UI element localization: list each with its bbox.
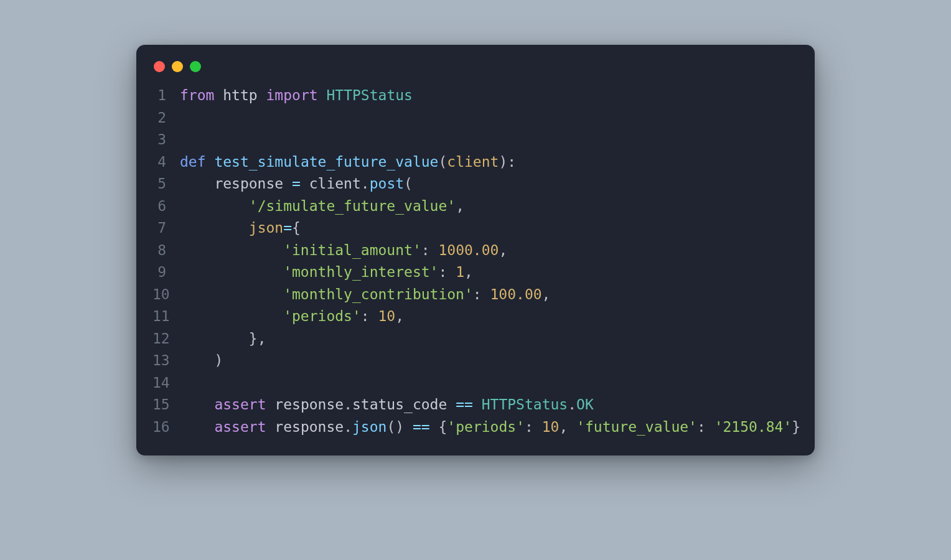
brace: }, <box>249 330 266 347</box>
indent <box>180 220 249 236</box>
maximize-icon[interactable] <box>190 61 201 72</box>
close-icon[interactable] <box>154 61 165 72</box>
method: json <box>352 419 386 435</box>
code-editor[interactable]: 1 2 3 4 5 6 7 8 9 10 11 12 13 14 15 16 f… <box>152 85 799 438</box>
operator: = <box>292 175 301 192</box>
line-num: 15 <box>152 394 166 416</box>
operator: = <box>283 220 292 236</box>
var: response <box>180 175 292 192</box>
code-content[interactable]: from http import HTTPStatus def test_sim… <box>180 85 800 438</box>
keyword-from: from <box>180 87 214 103</box>
colon: : <box>438 264 456 280</box>
code-line <box>180 372 800 394</box>
space <box>266 419 274 435</box>
keyword-def: def <box>180 154 206 170</box>
call: () <box>386 419 404 435</box>
code-line: response = client.post( <box>180 173 800 195</box>
number: 10 <box>378 308 396 324</box>
number: 1 <box>456 264 464 280</box>
indent <box>180 264 283 280</box>
line-num: 2 <box>152 107 166 129</box>
dict-key: 'periods' <box>447 419 525 435</box>
line-num: 13 <box>152 350 166 372</box>
line-num: 8 <box>152 240 166 262</box>
number: 1000.00 <box>438 242 499 258</box>
code-line: json={ <box>180 217 800 240</box>
space <box>430 419 439 435</box>
comma: , <box>456 198 464 214</box>
comma: , <box>395 308 404 324</box>
space <box>447 396 456 413</box>
space <box>404 419 413 435</box>
indent <box>180 330 249 347</box>
dot: . <box>361 175 370 192</box>
colon: : <box>697 419 714 435</box>
line-num: 16 <box>152 416 166 439</box>
line-num: 11 <box>152 306 166 328</box>
brace: } <box>792 419 800 435</box>
code-line: from http import HTTPStatus <box>180 85 800 107</box>
comma: , <box>559 419 576 435</box>
code-line: 'monthly_interest': 1, <box>180 261 800 284</box>
indent <box>180 242 283 258</box>
dot: . <box>344 419 352 435</box>
string: '/simulate_future_value' <box>249 198 456 214</box>
operator: == <box>413 419 430 435</box>
code-line: ) <box>180 350 800 372</box>
dict-key: 'initial_amount' <box>283 242 421 258</box>
dict-key: 'monthly_contribution' <box>283 286 473 302</box>
space <box>473 396 482 413</box>
code-window: 1 2 3 4 5 6 7 8 9 10 11 12 13 14 15 16 f… <box>136 45 815 455</box>
indent <box>180 396 214 413</box>
line-num: 3 <box>152 129 166 151</box>
paren: ) <box>214 352 223 368</box>
dot: . <box>344 396 352 413</box>
space <box>301 175 309 192</box>
keyword-assert: assert <box>214 396 266 413</box>
string: '2150.84' <box>714 419 792 435</box>
colon: : <box>361 308 378 324</box>
line-num: 1 <box>152 85 166 107</box>
brace: { <box>439 419 447 435</box>
line-num: 10 <box>152 284 166 306</box>
comma: , <box>499 242 507 258</box>
paren: ( <box>404 175 413 192</box>
line-num: 7 <box>152 217 166 240</box>
class-name: HTTPStatus <box>482 396 568 413</box>
indent <box>180 198 249 214</box>
kwarg: json <box>249 220 283 236</box>
line-num: 9 <box>152 261 166 284</box>
code-line <box>180 107 800 129</box>
paren: ( <box>438 154 447 170</box>
code-line: 'initial_amount': 1000.00, <box>180 240 800 262</box>
comma: , <box>464 264 473 280</box>
line-numbers: 1 2 3 4 5 6 7 8 9 10 11 12 13 14 15 16 <box>152 85 180 438</box>
colon: : <box>525 419 542 435</box>
number: 10 <box>542 419 560 435</box>
indent <box>180 308 283 324</box>
line-num: 4 <box>152 151 166 174</box>
line-num: 5 <box>152 173 166 195</box>
code-line <box>180 129 800 151</box>
code-line: assert response.status_code == HTTPStatu… <box>180 394 800 416</box>
indent <box>180 352 214 368</box>
indent <box>180 286 283 302</box>
brace: { <box>292 220 301 236</box>
module: http <box>223 87 257 103</box>
line-num: 12 <box>152 328 166 350</box>
method: post <box>370 175 404 192</box>
paren: ): <box>499 154 516 170</box>
colon: : <box>421 242 439 258</box>
dot: . <box>568 396 576 413</box>
keyword-assert: assert <box>214 419 266 435</box>
class-name: HTTPStatus <box>326 87 412 103</box>
code-line: 'periods': 10, <box>180 306 800 328</box>
line-num: 6 <box>152 195 166 218</box>
code-line: }, <box>180 328 800 350</box>
minimize-icon[interactable] <box>172 61 183 72</box>
dict-key: 'periods' <box>283 308 361 324</box>
keyword-import: import <box>266 87 318 103</box>
code-line: def test_simulate_future_value(client): <box>180 151 800 174</box>
function-name: test_simulate_future_value <box>214 154 438 170</box>
colon: : <box>473 286 490 302</box>
